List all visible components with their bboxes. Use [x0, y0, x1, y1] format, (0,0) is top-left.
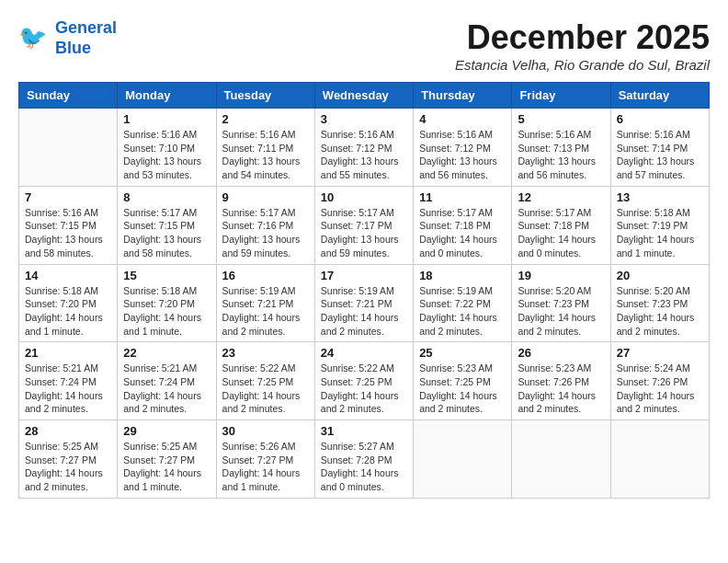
cell-info: Sunrise: 5:16 AM Sunset: 7:12 PM Dayligh…	[419, 128, 506, 182]
calendar-table: SundayMondayTuesdayWednesdayThursdayFrid…	[18, 82, 710, 499]
day-number: 19	[518, 269, 604, 282]
calendar-cell: 28 Sunrise: 5:25 AM Sunset: 7:27 PM Dayl…	[19, 420, 118, 499]
logo-icon: 🐦	[18, 22, 51, 55]
sunset-label: Sunset: 7:27 PM	[222, 454, 294, 465]
calendar-cell: 19 Sunrise: 5:20 AM Sunset: 7:23 PM Dayl…	[512, 264, 610, 342]
daylight-label: Daylight: 14 hours and 2 minutes.	[321, 312, 399, 337]
cell-info: Sunrise: 5:18 AM Sunset: 7:19 PM Dayligh…	[617, 206, 703, 260]
daylight-label: Daylight: 14 hours and 2 minutes.	[25, 467, 103, 492]
daylight-label: Daylight: 14 hours and 2 minutes.	[419, 312, 497, 337]
day-number: 16	[222, 269, 309, 282]
cell-info: Sunrise: 5:21 AM Sunset: 7:24 PM Dayligh…	[123, 362, 210, 416]
calendar-cell: 15 Sunrise: 5:18 AM Sunset: 7:20 PM Dayl…	[118, 264, 216, 342]
cell-info: Sunrise: 5:27 AM Sunset: 7:28 PM Dayligh…	[321, 440, 407, 494]
sunset-label: Sunset: 7:14 PM	[617, 143, 688, 154]
week-row-1: 7 Sunrise: 5:16 AM Sunset: 7:15 PM Dayli…	[19, 186, 710, 264]
sunrise-label: Sunrise: 5:27 AM	[321, 441, 394, 452]
sunrise-label: Sunrise: 5:16 AM	[518, 129, 591, 140]
sunset-label: Sunset: 7:17 PM	[321, 220, 392, 231]
calendar-cell: 16 Sunrise: 5:19 AM Sunset: 7:21 PM Dayl…	[216, 264, 314, 342]
cell-info: Sunrise: 5:19 AM Sunset: 7:21 PM Dayligh…	[321, 284, 407, 339]
daylight-label: Daylight: 14 hours and 2 minutes.	[518, 312, 596, 337]
calendar-cell: 6 Sunrise: 5:16 AM Sunset: 7:14 PM Dayli…	[610, 109, 709, 187]
calendar-cell: 11 Sunrise: 5:17 AM Sunset: 7:18 PM Dayl…	[414, 186, 512, 264]
sunrise-label: Sunrise: 5:25 AM	[123, 441, 197, 452]
sunset-label: Sunset: 7:10 PM	[123, 143, 195, 154]
calendar-cell: 4 Sunrise: 5:16 AM Sunset: 7:12 PM Dayli…	[414, 109, 512, 187]
daylight-label: Daylight: 14 hours and 0 minutes.	[518, 234, 596, 259]
calendar-cell: 5 Sunrise: 5:16 AM Sunset: 7:13 PM Dayli…	[512, 109, 610, 187]
sunset-label: Sunset: 7:12 PM	[321, 143, 392, 154]
sunset-label: Sunset: 7:25 PM	[321, 376, 392, 387]
calendar-cell: 31 Sunrise: 5:27 AM Sunset: 7:28 PM Dayl…	[314, 420, 413, 499]
cell-info: Sunrise: 5:26 AM Sunset: 7:27 PM Dayligh…	[222, 440, 309, 494]
day-number: 15	[123, 269, 210, 282]
sunset-label: Sunset: 7:12 PM	[419, 143, 491, 154]
daylight-label: Daylight: 14 hours and 2 minutes.	[617, 312, 695, 337]
sunrise-label: Sunrise: 5:21 AM	[123, 362, 197, 373]
cell-info: Sunrise: 5:23 AM Sunset: 7:26 PM Dayligh…	[518, 362, 604, 416]
sunset-label: Sunset: 7:16 PM	[222, 220, 294, 231]
calendar-cell: 29 Sunrise: 5:25 AM Sunset: 7:27 PM Dayl…	[118, 420, 216, 499]
sunrise-label: Sunrise: 5:24 AM	[617, 362, 690, 373]
day-number: 17	[321, 269, 407, 282]
day-number: 8	[123, 190, 210, 204]
sunrise-label: Sunrise: 5:22 AM	[321, 362, 394, 373]
sunrise-label: Sunrise: 5:16 AM	[617, 129, 690, 140]
daylight-label: Daylight: 14 hours and 2 minutes.	[222, 390, 301, 415]
sunrise-label: Sunrise: 5:17 AM	[419, 207, 493, 218]
calendar-cell	[512, 420, 610, 499]
sunrise-label: Sunrise: 5:18 AM	[25, 285, 98, 296]
cell-info: Sunrise: 5:23 AM Sunset: 7:25 PM Dayligh…	[419, 362, 506, 416]
sunset-label: Sunset: 7:20 PM	[123, 298, 195, 309]
day-number: 3	[321, 112, 407, 126]
sunrise-label: Sunrise: 5:16 AM	[419, 129, 493, 140]
weekday-header-sunday: Sunday	[19, 83, 118, 109]
calendar-cell: 24 Sunrise: 5:22 AM Sunset: 7:25 PM Dayl…	[314, 342, 413, 420]
calendar-cell: 9 Sunrise: 5:17 AM Sunset: 7:16 PM Dayli…	[216, 186, 314, 264]
cell-info: Sunrise: 5:21 AM Sunset: 7:24 PM Dayligh…	[25, 362, 111, 416]
cell-info: Sunrise: 5:17 AM Sunset: 7:15 PM Dayligh…	[123, 206, 210, 260]
daylight-label: Daylight: 13 hours and 56 minutes.	[518, 155, 596, 180]
day-number: 23	[222, 346, 309, 360]
day-number: 27	[617, 346, 703, 360]
cell-info: Sunrise: 5:16 AM Sunset: 7:13 PM Dayligh…	[518, 128, 604, 182]
sunrise-label: Sunrise: 5:23 AM	[419, 362, 493, 373]
week-row-2: 14 Sunrise: 5:18 AM Sunset: 7:20 PM Dayl…	[19, 264, 710, 342]
cell-info: Sunrise: 5:17 AM Sunset: 7:18 PM Dayligh…	[419, 206, 506, 260]
day-number: 4	[419, 112, 506, 126]
day-number: 11	[419, 190, 506, 204]
cell-info: Sunrise: 5:16 AM Sunset: 7:14 PM Dayligh…	[617, 128, 703, 182]
cell-info: Sunrise: 5:17 AM Sunset: 7:17 PM Dayligh…	[321, 206, 407, 260]
sunset-label: Sunset: 7:11 PM	[222, 143, 294, 154]
daylight-label: Daylight: 14 hours and 0 minutes.	[419, 234, 497, 259]
day-number: 30	[222, 424, 309, 438]
cell-info: Sunrise: 5:25 AM Sunset: 7:27 PM Dayligh…	[25, 440, 111, 494]
daylight-label: Daylight: 14 hours and 1 minute.	[222, 467, 301, 492]
daylight-label: Daylight: 13 hours and 58 minutes.	[123, 234, 201, 259]
day-number: 2	[222, 112, 309, 126]
sunrise-label: Sunrise: 5:17 AM	[518, 207, 591, 218]
sunset-label: Sunset: 7:19 PM	[617, 220, 688, 231]
calendar-cell: 23 Sunrise: 5:22 AM Sunset: 7:25 PM Dayl…	[216, 342, 314, 420]
cell-info: Sunrise: 5:18 AM Sunset: 7:20 PM Dayligh…	[123, 284, 210, 339]
calendar-cell: 20 Sunrise: 5:20 AM Sunset: 7:23 PM Dayl…	[610, 264, 709, 342]
daylight-label: Daylight: 13 hours and 58 minutes.	[25, 234, 103, 259]
day-number: 1	[123, 112, 210, 126]
sunset-label: Sunset: 7:15 PM	[123, 220, 195, 231]
daylight-label: Daylight: 14 hours and 2 minutes.	[123, 390, 201, 415]
daylight-label: Daylight: 14 hours and 2 minutes.	[222, 312, 301, 337]
day-number: 20	[617, 269, 703, 282]
day-number: 29	[123, 424, 210, 438]
sunset-label: Sunset: 7:15 PM	[25, 220, 97, 231]
sunrise-label: Sunrise: 5:19 AM	[321, 285, 394, 296]
sunrise-label: Sunrise: 5:21 AM	[25, 362, 98, 373]
day-number: 31	[321, 424, 407, 438]
sunset-label: Sunset: 7:26 PM	[518, 376, 589, 387]
calendar-cell	[414, 420, 512, 499]
daylight-label: Daylight: 14 hours and 2 minutes.	[25, 390, 103, 415]
cell-info: Sunrise: 5:22 AM Sunset: 7:25 PM Dayligh…	[222, 362, 309, 416]
sunrise-label: Sunrise: 5:19 AM	[222, 285, 296, 296]
sunrise-label: Sunrise: 5:18 AM	[617, 207, 690, 218]
calendar-cell: 3 Sunrise: 5:16 AM Sunset: 7:12 PM Dayli…	[314, 109, 413, 187]
